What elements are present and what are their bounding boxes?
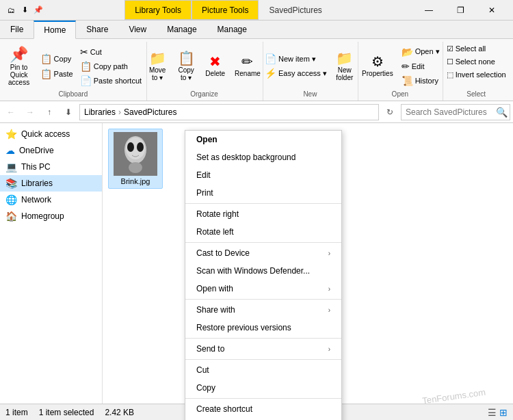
titlebar-icons: 🗂 ⬇ 📌 [5,5,44,16]
sidebar-item-libraries[interactable]: 📚 Libraries [0,175,102,192]
edit-button[interactable]: ✏Edit [399,60,443,73]
maximize-button[interactable]: ❐ [445,0,476,21]
easy-access-button[interactable]: ⚡Easy access ▾ [262,66,330,80]
invert-selection-button[interactable]: ⬚ Invert selection [444,69,509,81]
paste-button[interactable]: 📋Paste [38,67,76,81]
move-to-button[interactable]: 📁 Moveto ▾ [144,50,171,83]
ctx-share-with[interactable]: Share with› [185,301,341,319]
file-thumbnail [114,132,157,176]
recent-locations-button[interactable]: ⬇ [60,104,77,120]
ribbon-tab-share[interactable]: Share [76,21,118,38]
svg-point-4 [137,142,144,152]
ctx-send-to[interactable]: Send to› [185,340,341,358]
network-icon: 🌐 [5,194,17,205]
quick-access-icon: ⭐ [5,129,17,140]
ctx-open[interactable]: Open [185,131,341,148]
sidebar-item-quick-access[interactable]: ⭐ Quick access [0,126,102,142]
up-button[interactable]: ↑ [41,104,57,120]
new-folder-icon: 📁 [336,51,353,65]
ctx-arrow-open-with: › [328,285,330,293]
ctx-restore-versions[interactable]: Restore previous versions [185,319,341,337]
ctx-cast-to-device[interactable]: Cast to Device› [185,244,341,262]
organize-label: Organize [190,89,218,99]
breadcrumb-libraries[interactable]: Libraries [84,107,116,117]
sidebar-item-onedrive[interactable]: ☁ OneDrive [0,142,102,159]
edit-icon: ✏ [402,61,410,72]
new-item-icon: 📄 [265,53,276,64]
properties-button[interactable]: ⚙ Properties [358,53,397,79]
delete-button[interactable]: ✖ Delete [201,53,229,79]
details-view-button[interactable]: ☰ [488,407,497,418]
copy-to-button[interactable]: 📋 Copyto ▾ [172,50,200,83]
organize-buttons: 📁 Moveto ▾ 📋 Copyto ▾ ✖ Delete ✏ Rename [144,43,265,89]
ctx-edit[interactable]: Edit [185,166,341,184]
rename-button[interactable]: ✏ Rename [231,53,265,79]
ribbon-tab-manage2[interactable]: Manage [207,21,257,38]
new-folder-button[interactable]: 📁 Newfolder [331,50,358,83]
select-all-button[interactable]: ☑ Select all [444,43,489,55]
ctx-set-desktop[interactable]: Set as desktop background [185,148,341,166]
new-buttons: 📄New item ▾ ⚡Easy access ▾ 📁 Newfolder [262,43,358,89]
ribbon-group-open: ⚙ Properties 📂Open ▾ ✏Edit 📜History Open [360,42,443,101]
cut-icon: ✂ [80,47,88,57]
copy-path-icon: 📋 [80,61,92,72]
breadcrumb-separator: › [118,107,121,117]
tab-picture-tools[interactable]: Picture Tools [192,0,259,20]
ribbon-tab-file[interactable]: File [0,21,34,38]
file-item-brink[interactable]: Brink.jpg [108,129,163,189]
ctx-arrow-share: › [328,306,330,314]
new-item-button[interactable]: 📄New item ▾ [262,52,330,66]
refresh-button[interactable]: ↻ [382,104,398,120]
file-preview-svg [114,132,157,176]
ribbon-tab-view[interactable]: View [118,21,157,38]
onedrive-icon: ☁ [5,145,15,156]
forward-button[interactable]: → [22,104,38,120]
paste-icon: 📋 [40,68,52,79]
window-controls: — ❐ ✕ [413,0,508,21]
back-button[interactable]: ← [3,104,19,120]
close-button[interactable]: ✕ [476,0,508,21]
breadcrumb[interactable]: Libraries › SavedPictures [79,104,379,120]
ctx-print[interactable]: Print [185,184,341,202]
clipboard-buttons: 📌 Pin to Quickaccess 📋Copy 📋Paste ✂Cut 📋… [2,43,144,89]
breadcrumb-savedpictures[interactable]: SavedPictures [124,107,176,117]
history-button[interactable]: 📜History [399,74,443,88]
sidebar-item-homegroup[interactable]: 🏠 Homegroup [0,208,102,224]
pin-to-quick-access-button[interactable]: 📌 Pin to Quickaccess [2,43,36,89]
copy-button[interactable]: 📋Copy [38,52,76,66]
sidebar-item-network[interactable]: 🌐 Network [0,192,102,208]
cut-button[interactable]: ✂Cut [77,45,144,59]
quick-access-icon[interactable]: ⬇ [19,5,30,16]
ribbon-tab-manage1[interactable]: Manage [157,21,207,38]
paste-shortcut-button[interactable]: 📄Paste shortcut [77,74,144,88]
select-label: Select [466,89,486,99]
ctx-open-with[interactable]: Open with› [185,280,341,298]
search-input[interactable] [401,104,510,120]
ctx-scan-defender[interactable]: Scan with Windows Defender... [185,262,341,280]
sidebar-item-this-pc[interactable]: 💻 This PC [0,159,102,175]
pin-to-quick-label: Pin to Quickaccess [6,64,32,86]
ctx-rotate-left[interactable]: Rotate left [185,223,341,241]
sidebar-item-label-quick-access: Quick access [21,129,70,139]
titlebar-tabs: Library Tools Picture Tools SavedPicture… [44,0,413,20]
ribbon-tab-home[interactable]: Home [34,21,76,39]
main-area: ⭐ Quick access ☁ OneDrive 💻 This PC 📚 Li… [0,123,513,420]
pin-icon: 📌 [10,46,28,64]
large-icons-view-button[interactable]: ⊞ [499,407,508,418]
pin-icon[interactable]: 📌 [33,5,44,16]
ctx-sep-2 [185,242,341,243]
ribbon-group-organize: 📁 Moveto ▾ 📋 Copyto ▾ ✖ Delete ✏ Rename … [148,42,264,101]
ctx-copy[interactable]: Copy [185,379,341,397]
copy-path-button[interactable]: 📋Copy path [77,60,144,73]
ribbon-group-clipboard: 📌 Pin to Quickaccess 📋Copy 📋Paste ✂Cut 📋… [3,42,147,101]
tab-library-tools[interactable]: Library Tools [124,0,192,20]
open-button[interactable]: 📂Open ▾ [399,45,443,59]
ctx-rotate-right[interactable]: Rotate right [185,205,341,223]
tab-savedpictures[interactable]: SavedPictures [259,0,332,20]
sidebar-item-label-onedrive: OneDrive [19,146,54,155]
ctx-create-shortcut[interactable]: Create shortcut [185,400,341,418]
ctx-cut[interactable]: Cut [185,361,341,379]
select-none-button[interactable]: ☐ Select none [444,56,498,68]
copy-icon: 📋 [40,53,52,64]
minimize-button[interactable]: — [413,0,445,21]
